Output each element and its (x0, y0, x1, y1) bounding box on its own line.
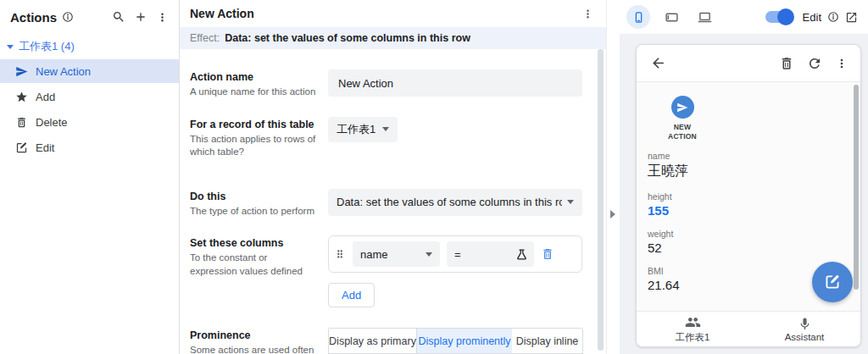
flask-icon[interactable] (515, 248, 528, 261)
sidebar-group-worksheet1[interactable]: 工作表1 (4) (0, 34, 179, 59)
trash-icon (15, 116, 28, 129)
collapse-panel-icon[interactable] (610, 210, 615, 218)
info-icon[interactable] (62, 11, 74, 23)
star-icon (15, 91, 28, 103)
sidebar-menu-icon[interactable] (156, 11, 169, 24)
preview-toolbar: Edit (620, 0, 868, 34)
effect-summary-bar: Effect:Data: set the values of some colu… (180, 27, 606, 49)
phone-view-icon[interactable] (626, 5, 650, 29)
prominence-display-as-primary[interactable]: Display as primary (329, 329, 417, 353)
field-value[interactable]: 155 (648, 203, 849, 218)
nav-tab-worksheet1[interactable]: 工作表1 (637, 312, 748, 346)
field-key: weight (648, 229, 849, 239)
prominence-display-prominently[interactable]: Display prominently (417, 329, 512, 353)
table-select[interactable]: 工作表1 (328, 117, 398, 142)
column-select-value: name (360, 248, 388, 261)
nav-tab-label: 工作表1 (676, 331, 710, 344)
chevron-down-icon (382, 127, 389, 131)
chevron-down-icon (7, 45, 14, 49)
edit-mode-toggle[interactable] (765, 11, 793, 23)
preview-stage: NEW ACTION name 王曉萍 height 155 weight 52 (620, 34, 868, 354)
column-assignment-row: name = (328, 235, 582, 273)
field-label: Prominence (190, 329, 328, 341)
field-action-name: Action name A unique name for this actio… (190, 69, 596, 99)
mic-icon (798, 317, 812, 331)
field-help: Some actions are used often and should b… (190, 344, 326, 354)
field-help: The type of action to perform (190, 205, 317, 218)
field-value: 王曉萍 (648, 163, 849, 180)
send-icon (671, 96, 694, 119)
action-editor-panel: New Action Effect:Data: set the values o… (180, 0, 606, 354)
do-this-select[interactable]: Data: set the values of some columns in … (328, 189, 582, 216)
field-set-columns: Set these columns To the constant or exp… (190, 235, 596, 307)
field-help: To the constant or expression values def… (190, 252, 317, 278)
chevron-down-icon (426, 252, 432, 257)
sidebar-item-add[interactable]: Add (0, 85, 179, 108)
sidebar-item-delete[interactable]: Delete (0, 110, 179, 134)
sidebar-item-label: Add (36, 91, 55, 103)
sidebar-actions (112, 10, 169, 24)
new-action-shortcut[interactable]: NEW ACTION (659, 96, 705, 141)
field-label: For a record of this table (190, 119, 328, 130)
add-column-button[interactable]: Add (328, 283, 375, 307)
preview-toolbar-right: Edit (765, 11, 858, 24)
back-arrow-icon[interactable] (650, 55, 666, 71)
effect-label: Effect: (190, 32, 220, 44)
info-icon[interactable] (827, 11, 839, 23)
expression-value: = (454, 248, 461, 261)
action-form: Action name A unique name for this actio… (180, 49, 606, 354)
page-title: New Action (190, 7, 254, 20)
field-prominence: Prominence Some actions are used often a… (190, 328, 596, 354)
delete-record-icon[interactable] (779, 56, 794, 71)
field-help: A unique name for this action (190, 86, 317, 99)
appsheet-actions-page: Actions 工作表1 (4) (0, 0, 868, 354)
phone-preview: NEW ACTION name 王曉萍 height 155 weight 52 (636, 44, 861, 347)
edit-toggle-label: Edit (803, 11, 821, 24)
expression-input[interactable]: = (447, 241, 534, 267)
drag-handle-icon[interactable] (334, 248, 346, 260)
phone-app-bar (637, 45, 860, 82)
chevron-down-icon (567, 200, 574, 204)
editor-header: New Action (180, 0, 606, 27)
search-icon[interactable] (112, 10, 125, 24)
people-icon (685, 314, 701, 330)
prominence-options: Display as primary Display prominently D… (328, 328, 583, 354)
field-record-table: For a record of this table This action a… (190, 117, 596, 159)
do-this-value: Data: set the values of some columns in … (337, 196, 562, 208)
phone-scrollbar[interactable] (854, 85, 859, 290)
desktop-view-icon[interactable] (693, 5, 716, 29)
editor-scrollbar[interactable] (598, 49, 604, 351)
record-field-height: height 155 (648, 191, 849, 218)
nav-tab-label: Assistant (785, 332, 825, 342)
phone-menu-icon[interactable] (835, 57, 849, 70)
add-action-icon[interactable] (134, 10, 147, 24)
prominence-display-inline[interactable]: Display inline (512, 329, 582, 353)
sidebar-item-label: Edit (36, 141, 54, 154)
refresh-icon[interactable] (807, 56, 822, 71)
sidebar-item-edit[interactable]: Edit (0, 136, 179, 159)
field-label: Action name (190, 71, 328, 83)
sidebar-item-label: New Action (36, 65, 91, 78)
sidebar-title-text: Actions (10, 10, 57, 25)
edit-icon (15, 141, 28, 154)
action-shortcut-label: NEW ACTION (659, 123, 705, 141)
sidebar-group-label: 工作表1 (4) (19, 39, 75, 54)
column-select[interactable]: name (353, 241, 440, 267)
nav-tab-assistant[interactable]: Assistant (748, 312, 860, 346)
field-label: Do this (190, 191, 328, 202)
edit-record-fab[interactable] (812, 262, 853, 302)
sidebar-item-new-action[interactable]: New Action (0, 59, 179, 83)
open-in-new-icon[interactable] (845, 11, 858, 24)
editor-menu-icon[interactable] (581, 8, 594, 20)
field-do-this: Do this The type of action to perform Da… (190, 189, 596, 218)
record-field-weight: weight 52 (648, 229, 849, 255)
delete-row-icon[interactable] (541, 247, 554, 261)
sidebar-header: Actions (0, 0, 179, 34)
field-label: Set these columns (190, 237, 328, 249)
field-key: height (648, 191, 849, 202)
panel-collapse-gutter (606, 0, 620, 354)
record-field-name: name 王曉萍 (648, 151, 849, 180)
actions-sidebar: Actions 工作表1 (4) (0, 0, 180, 354)
tablet-view-icon[interactable] (659, 5, 683, 29)
action-name-input[interactable] (328, 69, 582, 97)
